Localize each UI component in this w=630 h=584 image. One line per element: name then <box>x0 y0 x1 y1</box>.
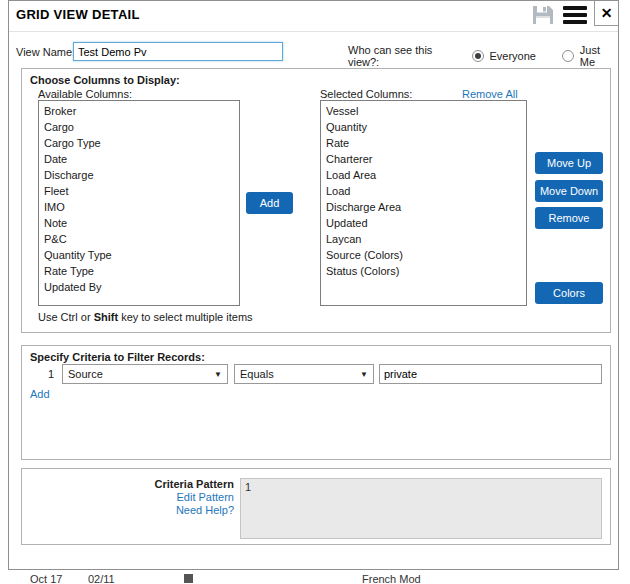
available-columns-listbox[interactable]: BrokerCargoCargo TypeDateDischargeFleetI… <box>38 100 240 306</box>
radio-just-me[interactable] <box>562 50 574 62</box>
criteria-pattern-label: Criteria Pattern <box>22 478 234 490</box>
list-item[interactable]: Date <box>39 151 239 167</box>
list-item[interactable]: Broker <box>39 103 239 119</box>
list-item[interactable]: Note <box>39 215 239 231</box>
list-item[interactable]: Rate Type <box>39 263 239 279</box>
columns-section-title: Choose Columns to Display: <box>30 74 180 86</box>
list-item[interactable]: Discharge Area <box>321 199 526 215</box>
selected-columns-label: Selected Columns: <box>320 88 412 100</box>
visibility-label: Who can see this view?: <box>348 44 466 68</box>
chevron-down-icon: ▼ <box>214 370 222 379</box>
hint-text: Use Ctrl or <box>38 311 94 323</box>
need-help-link[interactable]: Need Help? <box>22 504 234 516</box>
add-button[interactable]: Add <box>246 192 293 214</box>
selected-columns-listbox[interactable]: VesselQuantityRateChartererLoad AreaLoad… <box>320 100 527 306</box>
move-up-button[interactable]: Move Up <box>535 152 603 174</box>
hint-shift-key: Shift <box>94 311 118 323</box>
pattern-section: Criteria Pattern Edit Pattern Need Help?… <box>21 468 611 545</box>
header-divider <box>9 31 618 32</box>
list-item[interactable]: Quantity <box>321 119 526 135</box>
add-criteria-link[interactable]: Add <box>30 388 50 400</box>
hint-text: key to select multiple items <box>118 311 253 323</box>
radio-everyone[interactable] <box>472 50 484 62</box>
view-name-label: View Name: <box>16 46 75 58</box>
list-item[interactable]: Quantity Type <box>39 247 239 263</box>
menu-bar <box>563 13 587 17</box>
criteria-row-index: 1 <box>48 368 54 380</box>
columns-section: Choose Columns to Display: Available Col… <box>21 68 611 333</box>
available-columns-label: Available Columns: <box>38 88 132 100</box>
footer-date-tab: Oct 17 <box>30 573 62 584</box>
save-icon[interactable] <box>532 5 554 25</box>
footer-date: 02/11 <box>88 573 115 584</box>
radio-everyone-label[interactable]: Everyone <box>490 50 536 62</box>
filter-value-input[interactable] <box>379 364 602 384</box>
edit-pattern-link[interactable]: Edit Pattern <box>22 491 234 503</box>
operator-select-value: Equals <box>240 368 274 380</box>
list-item[interactable]: IMO <box>39 199 239 215</box>
menu-bar <box>563 6 587 10</box>
field-select-value: Source <box>68 368 103 380</box>
remove-all-link[interactable]: Remove All <box>462 88 518 100</box>
background-page-strip: Oct 17 02/11 French Mod <box>0 572 630 584</box>
list-item[interactable]: Updated <box>321 215 526 231</box>
pattern-labels: Criteria Pattern Edit Pattern Need Help? <box>22 478 234 517</box>
list-item[interactable]: Load <box>321 183 526 199</box>
list-item[interactable]: P&C <box>39 231 239 247</box>
list-item[interactable]: Vessel <box>321 103 526 119</box>
footer-text: French Mod <box>362 573 421 584</box>
list-item[interactable]: Fleet <box>39 183 239 199</box>
multi-select-hint: Use Ctrl or Shift key to select multiple… <box>38 311 253 323</box>
list-item[interactable]: Discharge <box>39 167 239 183</box>
save-icon-glyph <box>532 5 554 25</box>
close-icon[interactable]: ✕ <box>594 1 618 26</box>
menu-bar <box>563 20 587 24</box>
filter-section-title: Specify Criteria to Filter Records: <box>30 351 205 363</box>
footer-icon <box>184 574 193 583</box>
list-item[interactable]: Updated By <box>39 279 239 295</box>
field-select[interactable]: Source ▼ <box>62 364 228 384</box>
list-item[interactable]: Charterer <box>321 151 526 167</box>
list-item[interactable]: Load Area <box>321 167 526 183</box>
view-name-input[interactable] <box>73 42 283 61</box>
criteria-pattern-textarea: 1 <box>240 478 602 539</box>
list-item[interactable]: Status (Colors) <box>321 263 526 279</box>
radio-just-me-label[interactable]: Just Me <box>580 44 618 68</box>
visibility-group: Who can see this view?: Everyone Just Me <box>348 44 618 68</box>
list-item[interactable]: Source (Colors) <box>321 247 526 263</box>
menu-icon[interactable] <box>563 6 587 24</box>
remove-button[interactable]: Remove <box>535 207 603 229</box>
colors-button[interactable]: Colors <box>535 282 603 304</box>
operator-select[interactable]: Equals ▼ <box>234 364 374 384</box>
list-item[interactable]: Rate <box>321 135 526 151</box>
grid-view-detail-dialog: GRID VIEW DETAIL ✕ View Name: Who can se… <box>8 0 619 570</box>
move-down-button[interactable]: Move Down <box>535 180 603 202</box>
chevron-down-icon: ▼ <box>360 370 368 379</box>
filter-section: Specify Criteria to Filter Records: 1 So… <box>21 345 611 460</box>
page-title: GRID VIEW DETAIL <box>16 7 140 22</box>
list-item[interactable]: Cargo Type <box>39 135 239 151</box>
list-item[interactable]: Laycan <box>321 231 526 247</box>
list-item[interactable]: Cargo <box>39 119 239 135</box>
